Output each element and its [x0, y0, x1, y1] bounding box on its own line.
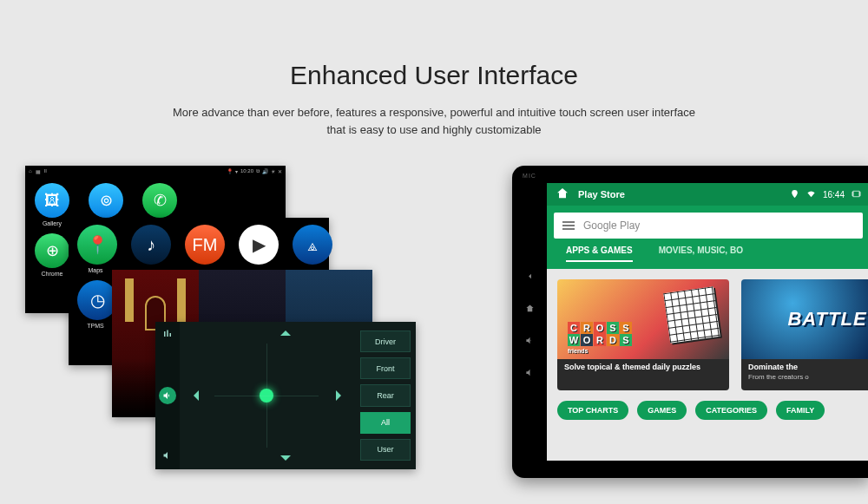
clock: 16:44 [823, 190, 845, 200]
app-chrome[interactable]: ⊕ Chrome [34, 233, 70, 277]
gps-icon: 📍 [227, 168, 233, 174]
hw-back-icon[interactable] [525, 272, 535, 283]
app-radio[interactable]: FM [185, 225, 221, 273]
card-crosswords[interactable]: CROSS WORDS friends Solve topical & them… [557, 279, 729, 390]
pill-categories[interactable]: CATEGORIES [695, 401, 767, 420]
playstore-header: Google Play APPS & GAMES MOVIES, MUSIC, … [547, 206, 868, 269]
app-maps[interactable]: 📍 Maps [77, 225, 114, 273]
app-title: Play Store [578, 189, 625, 200]
screenshot-fader: Driver Front Rear All User [155, 322, 416, 469]
stage: ⌂ ▦ II 📍 ▾ 10:20 ⧉ 🔊 ☀ ✕ 🖼 Gallery [0, 166, 868, 504]
feature-cards: CROSS WORDS friends Solve topical & them… [547, 269, 868, 401]
page-title: Enhanced User Interface [0, 61, 868, 90]
search-input[interactable]: Google Play [554, 213, 863, 239]
headline-block: Enhanced User Interface More advance tha… [0, 61, 868, 138]
fader-dot[interactable] [260, 389, 273, 403]
fader-preset-list: Driver Front Rear All User [360, 331, 411, 461]
close-icon: ✕ [278, 168, 282, 174]
music-icon: ♪ [131, 225, 171, 265]
screenshot-icon[interactable] [852, 189, 861, 200]
tab-movies-music[interactable]: MOVIES, MUSIC, BO [659, 245, 743, 262]
fader-grid[interactable] [180, 322, 353, 469]
screenshot-stack: ⌂ ▦ II 📍 ▾ 10:20 ⧉ 🔊 ☀ ✕ 🖼 Gallery [25, 166, 416, 487]
screenshot-icon: ⧉ [256, 168, 260, 174]
gps-icon [790, 189, 799, 200]
chrome-icon: ⊕ [35, 233, 69, 268]
pill-top-charts[interactable]: TOP CHARTS [557, 401, 628, 420]
tablet-edge: MIC [512, 166, 547, 478]
apps-icon: ▦ [36, 168, 41, 174]
hw-vol-dn-icon[interactable] [525, 368, 535, 379]
playstore-screen: Play Store 16:44 Google Play APPS & GAME… [547, 183, 868, 461]
home-icon[interactable] [556, 187, 569, 202]
page-subtitle: More advance than ever before, features … [0, 104, 868, 138]
back-icon: II [44, 168, 47, 174]
gallery-icon: 🖼 [35, 183, 69, 218]
crossword-grid-icon [663, 286, 720, 344]
mic-label: MIC [523, 173, 536, 179]
pill-family[interactable]: FAMILY [776, 401, 825, 420]
app-playstore[interactable]: ▶ [239, 225, 275, 273]
app-gallery[interactable]: 🖼 Gallery [34, 183, 70, 226]
pill-games[interactable]: GAMES [637, 401, 687, 420]
status-bar: ⌂ ▦ II 📍 ▾ 10:20 ⧉ 🔊 ☀ ✕ [25, 166, 286, 176]
tab-apps-games[interactable]: APPS & GAMES [566, 245, 633, 262]
home-icon: ⌂ [29, 168, 32, 174]
fader-driver-button[interactable]: Driver [360, 331, 411, 352]
playstore-tabs: APPS & GAMES MOVIES, MUSIC, BO [554, 245, 863, 262]
bt-icon: ⟁ [293, 225, 332, 265]
app-tpms[interactable]: ◷ TPMS [77, 280, 114, 329]
speaker-icon[interactable] [159, 387, 176, 404]
app-music[interactable]: ♪ [131, 225, 168, 273]
playstore-icon: ▶ [239, 225, 279, 265]
tablet-device: MIC Play Store 16:44 [512, 166, 868, 478]
clock: 10:20 [240, 168, 253, 173]
volume-icon: 🔊 [262, 168, 268, 174]
eq-icon[interactable] [162, 327, 173, 343]
wifi-icon: ▾ [235, 168, 238, 174]
crosswords-logo: CROSS WORDS friends [568, 322, 633, 354]
mute-icon[interactable] [162, 448, 173, 464]
wifi-icon [806, 189, 816, 200]
phone-icon: ✆ [142, 183, 177, 218]
radio-icon: FM [185, 225, 225, 265]
battle-logo: BATTLE [787, 308, 866, 331]
fader-user-button[interactable]: User [360, 439, 411, 461]
search-placeholder: Google Play [583, 219, 640, 232]
playstore-statusbar: Play Store 16:44 [547, 183, 868, 206]
hw-vol-up-icon[interactable] [525, 336, 535, 347]
fader-front-button[interactable]: Front [360, 357, 411, 379]
steering-icon: ⊚ [89, 183, 123, 218]
brightness-icon: ☀ [271, 168, 275, 174]
fader-rear-button[interactable]: Rear [360, 384, 411, 406]
hamburger-icon[interactable] [562, 221, 575, 230]
card-battle[interactable]: BATTLE Dominate the From the creators o [741, 279, 868, 390]
maps-icon: 📍 [77, 225, 117, 265]
fader-all-button[interactable]: All [360, 412, 411, 434]
fader-sidebar [155, 322, 180, 469]
app-bt[interactable]: ⟁ [293, 225, 329, 273]
hw-home-icon[interactable] [525, 304, 535, 315]
category-pills: TOP CHARTS GAMES CATEGORIES FAMILY [547, 401, 868, 420]
